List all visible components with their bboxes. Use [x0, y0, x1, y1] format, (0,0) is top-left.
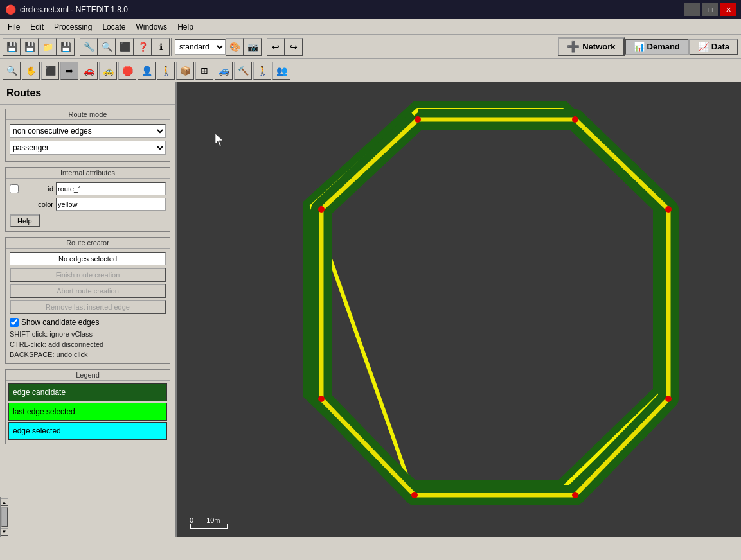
svg-point-8 [411, 492, 418, 498]
show-candidate-checkbox[interactable] [10, 318, 19, 327]
route-mode-section: Route mode non consecutive edges consecu… [5, 109, 170, 162]
color-label: color [21, 200, 53, 208]
svg-point-10 [318, 206, 325, 213]
hint2: CTRL-click: add disconnected [10, 339, 166, 349]
person2-btn[interactable]: 👥 [272, 62, 290, 80]
view-select[interactable]: standard real world [175, 39, 226, 55]
hint1: SHIFT-click: ignore vClass [10, 329, 166, 339]
redo-btn[interactable]: ↪ [285, 38, 303, 56]
id-checkbox[interactable] [10, 184, 19, 193]
edge-btn[interactable]: ⬛ [41, 62, 59, 80]
data-label: Data [711, 42, 729, 51]
magnet-btn[interactable]: 🔧 [80, 38, 98, 56]
zoom-btn[interactable]: 🔍 [98, 38, 116, 56]
table-btn[interactable]: ⊞ [195, 62, 213, 80]
save-btn[interactable]: 💾 [3, 38, 21, 56]
data-mode-button[interactable]: 📈 Data [689, 39, 738, 55]
panel-title: Routes [0, 82, 175, 105]
main-layout: Routes Route mode non consecutive edges … [0, 82, 741, 537]
legend-section: Legend edge candidate last edge selected [5, 369, 170, 444]
minimize-button[interactable]: ─ [684, 3, 700, 16]
route-btn[interactable]: ➡ [60, 62, 78, 80]
menu-edit[interactable]: Edit [25, 21, 49, 33]
panel-scrollbar[interactable]: ▲ ▼ [0, 497, 8, 537]
hint3: BACKSPACE: undo click [10, 349, 166, 360]
app-title: circles.net.xml - NETEDIT 1.8.0 [20, 5, 128, 14]
car2-btn[interactable]: 🚙 [215, 62, 233, 80]
menu-file[interactable]: File [3, 21, 25, 33]
svg-point-7 [572, 492, 578, 498]
edge-selected-label: edge selected [13, 426, 61, 435]
tools-btn[interactable]: 🔨 [234, 62, 252, 80]
vehicle2-btn[interactable]: 🚕 [99, 62, 117, 80]
load-btn[interactable]: 📁 [39, 38, 57, 56]
svg-point-4 [572, 116, 578, 123]
scroll-thumb[interactable] [1, 507, 8, 527]
remove-last-edge-button[interactable]: Remove last inserted edge [10, 300, 166, 314]
scale-line [190, 524, 228, 529]
app-icon: 🔴 [5, 4, 16, 15]
id-input[interactable] [56, 182, 166, 195]
info-btn[interactable]: ℹ [152, 38, 170, 56]
menu-windows[interactable]: Windows [130, 21, 172, 33]
select2-btn[interactable]: ✋ [22, 62, 40, 80]
network-label: Network [582, 42, 615, 51]
pedestrian-btn[interactable]: 🚶 [253, 62, 271, 80]
maximize-button[interactable]: □ [702, 3, 718, 16]
svg-point-3 [415, 116, 421, 123]
menu-help[interactable]: Help [172, 21, 199, 33]
internal-attrs-section: Internal attributes id color Help [5, 167, 170, 232]
legend-edge-selected: edge selected [8, 422, 167, 440]
legend-last-edge: last edge selected [8, 403, 167, 421]
route-mode-dropdown[interactable]: non consecutive edges consecutive edges [10, 124, 166, 138]
legend-title: Legend [6, 370, 170, 381]
save2-btn[interactable]: 💾 [21, 38, 39, 56]
id-label: id [21, 185, 53, 193]
last-edge-color: last edge selected [9, 403, 166, 420]
color-input[interactable] [56, 198, 166, 211]
undo-btn[interactable]: ↩ [267, 38, 285, 56]
container-btn[interactable]: 📦 [176, 62, 194, 80]
scroll-down[interactable]: ▼ [1, 528, 8, 536]
help-button[interactable]: Help [10, 214, 40, 227]
edge-candidate-label: edge candidate [13, 388, 66, 397]
svg-point-5 [665, 206, 672, 213]
route-status: No edges selected [10, 252, 166, 265]
route-mode-title: Route mode [6, 109, 170, 120]
abort-route-button[interactable]: Abort route creation [10, 284, 166, 298]
select-btn[interactable]: ⬛ [116, 38, 134, 56]
color-btn[interactable]: 🎨 [226, 38, 244, 56]
network-mode-button[interactable]: ➕ Network [558, 37, 624, 56]
route-creator-title: Route creator [6, 238, 170, 249]
screenshot-btn[interactable]: 📷 [244, 38, 262, 56]
menu-processing[interactable]: Processing [49, 21, 97, 33]
last-edge-label: last edge selected [13, 407, 75, 416]
scale-10m: 10m [206, 516, 220, 524]
toolbar2: 🔍 ✋ ⬛ ➡ 🚗 🚕 🛑 👤 🚶 📦 ⊞ 🚙 🔨 🚶 👥 [0, 59, 741, 82]
finish-route-button[interactable]: Finish route creation [10, 268, 166, 282]
scale-0: 0 [190, 516, 193, 524]
help-tb-btn[interactable]: ❓ [134, 38, 152, 56]
title-bar: 🔴 circles.net.xml - NETEDIT 1.8.0 ─ □ ✕ [0, 0, 741, 19]
header-bar: 💾 💾 📁 💾 🔧 🔍 ⬛ ❓ ℹ standard real world 🎨 … [0, 35, 741, 59]
person-btn[interactable]: 👤 [138, 62, 156, 80]
edge-candidate-color: edge candidate [9, 384, 166, 401]
scroll-up[interactable]: ▲ [1, 498, 8, 506]
menu-locate[interactable]: Locate [97, 21, 130, 33]
vehicle-btn[interactable]: 🚗 [80, 62, 98, 80]
panel-scroll: Route mode non consecutive edges consecu… [0, 105, 175, 497]
network-svg [177, 82, 741, 537]
close-button[interactable]: ✕ [720, 3, 736, 16]
scale-bar: 0 10m [190, 516, 228, 529]
inspect-btn[interactable]: 🔍 [3, 62, 21, 80]
stop-btn[interactable]: 🛑 [118, 62, 136, 80]
menu-bar: File Edit Processing Locate Windows Help [0, 19, 741, 35]
walk-btn[interactable]: 🚶 [157, 62, 175, 80]
edge-selected-color: edge selected [9, 423, 166, 439]
demand-mode-button[interactable]: 📊 Demand [625, 39, 689, 55]
save3-btn[interactable]: 💾 [57, 38, 75, 56]
canvas-area[interactable]: 0 10m [177, 82, 741, 537]
svg-point-6 [665, 396, 672, 402]
internal-attrs-title: Internal attributes [6, 168, 170, 179]
vehicle-class-dropdown[interactable]: passenger truck bus bicycle [10, 141, 166, 155]
